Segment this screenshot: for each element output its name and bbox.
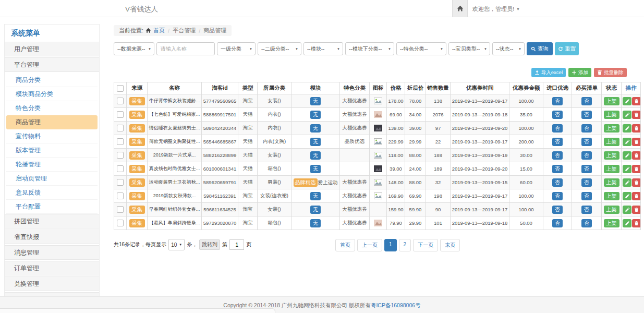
user-menu[interactable]: 欢迎您，管理员!▼	[472, 5, 520, 13]
status-badge[interactable]: 上架	[604, 192, 619, 200]
sidebar-item-0[interactable]: 商品分类	[6, 73, 98, 87]
delete-button[interactable]	[632, 219, 641, 227]
sidebar-group-0[interactable]: 用户管理	[5, 42, 99, 56]
item-type-select[interactable]: --宝贝类型--▼	[448, 42, 490, 55]
page-button-下一页[interactable]: 下一页	[413, 239, 438, 251]
row-checkbox[interactable]	[117, 111, 124, 118]
sidebar-group-2[interactable]: 拼团管理	[5, 214, 99, 228]
name-input[interactable]	[156, 42, 215, 55]
status-badge[interactable]: 上架	[604, 219, 619, 227]
mustbuy-badge[interactable]: 否	[581, 151, 592, 160]
data-source-select[interactable]: --数据来源--▼	[114, 42, 154, 55]
import-badge[interactable]: 否	[552, 124, 563, 133]
delete-button[interactable]	[632, 138, 641, 146]
status-badge[interactable]: 上架	[604, 151, 619, 160]
page-number-input[interactable]	[229, 239, 244, 250]
import-badge[interactable]: 否	[552, 138, 563, 146]
delete-button[interactable]	[632, 97, 641, 105]
home-button[interactable]	[452, 0, 468, 17]
row-checkbox[interactable]	[117, 138, 124, 145]
import-badge[interactable]: 否	[552, 111, 563, 119]
edit-button[interactable]	[623, 111, 631, 119]
query-button[interactable]: 查询	[527, 42, 553, 55]
import-badge[interactable]: 否	[552, 192, 563, 200]
edit-button[interactable]	[623, 219, 631, 227]
edit-button[interactable]	[623, 151, 631, 160]
edit-button[interactable]	[623, 206, 631, 214]
select-all-checkbox[interactable]	[117, 85, 124, 92]
row-checkbox[interactable]	[117, 206, 124, 213]
row-checkbox[interactable]	[117, 125, 124, 131]
row-checkbox[interactable]	[117, 152, 124, 159]
page-button-1[interactable]: 1	[384, 239, 397, 251]
sidebar-group-3[interactable]: 省直快报	[5, 230, 99, 244]
edit-button[interactable]	[623, 192, 631, 200]
import-badge[interactable]: 否	[552, 178, 563, 187]
sidebar-item-3[interactable]: 商品管理	[6, 115, 98, 129]
page-button-2[interactable]: 2	[399, 239, 411, 251]
sidebar-item-2[interactable]: 特色分类	[6, 101, 98, 115]
level2-category-select[interactable]: --二级分类--▼	[258, 42, 301, 55]
icp-link[interactable]: 粤ICP备16098006号	[371, 302, 421, 308]
mustbuy-badge[interactable]: 否	[581, 138, 592, 146]
delete-button[interactable]	[632, 178, 641, 187]
add-button[interactable]: 添加	[568, 68, 591, 77]
row-checkbox[interactable]	[117, 165, 124, 172]
mustbuy-badge[interactable]: 否	[581, 192, 592, 200]
sidebar-group-5[interactable]: 订单管理	[5, 261, 99, 275]
mustbuy-badge[interactable]: 否	[581, 97, 592, 105]
delete-button[interactable]	[632, 192, 641, 200]
status-badge[interactable]: 上架	[604, 178, 619, 187]
delete-button[interactable]	[632, 111, 641, 119]
status-badge[interactable]: 上架	[604, 97, 619, 105]
level1-category-select[interactable]: 一级分类▼	[217, 42, 256, 55]
mustbuy-badge[interactable]: 否	[581, 111, 592, 119]
delete-button[interactable]	[632, 151, 641, 160]
row-checkbox[interactable]	[117, 179, 124, 186]
status-badge[interactable]: 上架	[604, 124, 619, 133]
page-button-末页[interactable]: 末页	[440, 239, 460, 251]
import-badge[interactable]: 否	[552, 151, 563, 160]
import-badge[interactable]: 否	[552, 165, 563, 173]
sidebar-item-5[interactable]: 版本管理	[6, 143, 98, 158]
delete-button[interactable]	[632, 124, 641, 133]
edit-button[interactable]	[623, 124, 631, 133]
breadcrumb-platform[interactable]: 平台管理	[173, 27, 196, 34]
delete-button[interactable]	[632, 206, 641, 214]
module-sub-select[interactable]: --模块下分类--▼	[345, 42, 394, 55]
status-badge[interactable]: 上架	[604, 165, 619, 173]
sidebar-group-1[interactable]: 平台管理	[5, 57, 99, 72]
mustbuy-badge[interactable]: 否	[581, 124, 592, 133]
import-badge[interactable]: 否	[552, 219, 563, 227]
edit-button[interactable]	[623, 97, 631, 105]
status-badge[interactable]: 上架	[604, 111, 619, 119]
sidebar-item-4[interactable]: 宣传物料	[6, 129, 98, 143]
sidebar-group-4[interactable]: 消息管理	[5, 245, 99, 260]
edit-button[interactable]	[623, 178, 631, 187]
edit-button[interactable]	[623, 165, 631, 173]
import-badge[interactable]: 否	[552, 97, 563, 105]
import-excel-button[interactable]: 导入excel	[531, 68, 566, 77]
reset-button[interactable]: 重置	[555, 42, 579, 55]
row-checkbox[interactable]	[117, 192, 124, 199]
status-select[interactable]: --状态--▼	[492, 42, 525, 55]
feature-category-select[interactable]: --特色分类--▼	[396, 42, 446, 55]
row-checkbox[interactable]	[117, 220, 124, 226]
sidebar-item-6[interactable]: 轮播管理	[6, 158, 98, 172]
edit-button[interactable]	[623, 138, 631, 146]
status-badge[interactable]: 上架	[604, 206, 619, 214]
sidebar-item-9[interactable]: 平台配置	[6, 200, 98, 214]
sidebar-item-8[interactable]: 意见反馈	[6, 186, 98, 200]
page-button-上一页[interactable]: 上一页	[357, 239, 382, 251]
mustbuy-badge[interactable]: 否	[581, 206, 592, 214]
mustbuy-badge[interactable]: 否	[581, 219, 592, 227]
jump-button[interactable]: 跳转到	[199, 239, 220, 250]
row-checkbox[interactable]	[117, 98, 124, 104]
module-select[interactable]: --模块--▼	[303, 42, 343, 55]
per-page-select[interactable]: 10▼	[168, 239, 185, 250]
delete-button[interactable]	[632, 165, 641, 173]
sidebar-group-6[interactable]: 兑换管理	[5, 276, 99, 291]
sidebar-item-7[interactable]: 启动页管理	[6, 172, 98, 186]
breadcrumb-goods[interactable]: 商品管理	[203, 27, 226, 34]
status-badge[interactable]: 上架	[604, 138, 619, 146]
